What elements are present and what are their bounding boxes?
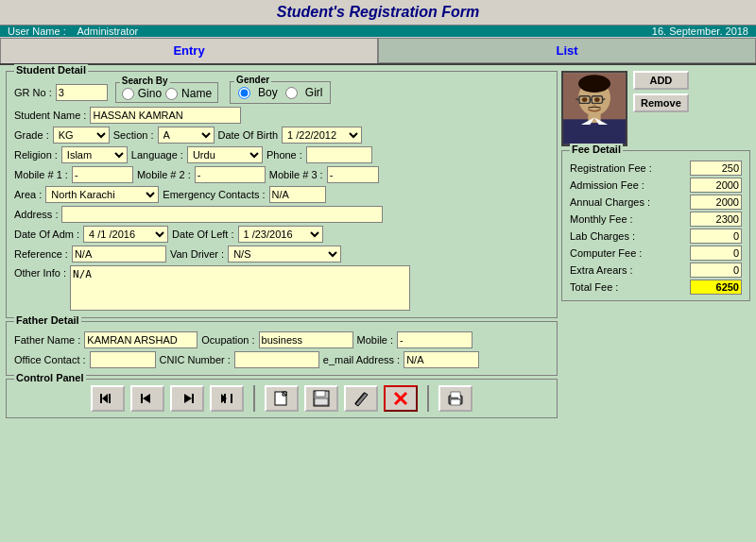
svg-rect-4 <box>141 394 143 403</box>
email-label: e_mail Address : <box>323 354 400 365</box>
extra-arears-label: Extra Arears : <box>570 264 633 276</box>
gr-no-input[interactable] <box>56 84 108 101</box>
occupation-label: Ocupation : <box>201 334 254 346</box>
father-name-label: Father Name : <box>14 334 80 346</box>
row-father-name: Father Name : Ocupation : Mobile : <box>14 331 549 348</box>
separator-2 <box>427 385 429 412</box>
van-driver-select[interactable]: N/S <box>228 246 341 263</box>
date-adm-label: Date Of Adm : <box>14 229 79 240</box>
father-mobile-input[interactable] <box>397 331 472 348</box>
add-remove-area: ADD Remove <box>633 71 689 112</box>
search-by-box: Search By Gino Name <box>115 82 218 103</box>
mobile1-input[interactable] <box>72 166 133 183</box>
gender-label: Gender <box>234 75 271 85</box>
gr-no-label: GR No : <box>14 87 52 98</box>
svg-rect-14 <box>316 391 325 397</box>
annual-charges-value: 2000 <box>690 195 742 210</box>
other-info-textarea[interactable]: N/A <box>70 265 410 311</box>
mobile2-input[interactable] <box>195 166 266 183</box>
next-icon <box>180 392 194 405</box>
area-label: Area : <box>14 189 42 200</box>
student-photo <box>561 71 627 146</box>
delete-button[interactable] <box>384 385 418 412</box>
row-address: Address : <box>14 206 549 223</box>
main-window: Student's Registration Form User Name : … <box>0 0 756 542</box>
phone-label: Phone : <box>266 149 302 161</box>
search-name-radio[interactable] <box>165 88 178 100</box>
first-record-button[interactable] <box>91 385 125 412</box>
father-name-input[interactable] <box>84 331 198 348</box>
extra-arears-value: 0 <box>690 263 742 278</box>
cnic-input[interactable] <box>234 351 319 368</box>
fee-row-total: Total Fee : 6250 <box>570 279 742 295</box>
remove-button[interactable]: Remove <box>633 93 689 112</box>
row-student-name: Student Name : document.querySelector('[… <box>14 107 549 124</box>
row-gr-search-gender: GR No : Search By Gino Name <box>14 81 549 104</box>
grade-select[interactable]: KG <box>53 127 110 144</box>
dob-label: Date Of Birth <box>218 129 279 141</box>
print-button[interactable] <box>438 385 472 412</box>
row-reference-van: Reference : Van Driver : N/S <box>14 246 549 263</box>
fee-row-lab: Lab Charges : 0 <box>570 229 742 244</box>
computer-fee-value: 0 <box>690 246 742 261</box>
control-panel-label: Control Panel <box>14 372 86 383</box>
row-religion-language-phone: Religion : Islam Language : Urdu Phone : <box>14 146 549 163</box>
emergency-input[interactable] <box>269 186 326 203</box>
tab-entry[interactable]: Entry <box>0 38 378 63</box>
mobile3-label: Mobile # 3 : <box>269 169 323 180</box>
mobile3-input[interactable] <box>327 166 379 183</box>
search-gino-radio[interactable] <box>122 88 134 100</box>
mobile2-label: Mobile # 2 : <box>137 169 191 180</box>
gender-girl-radio[interactable] <box>285 87 298 99</box>
gender-boy-label: Boy <box>258 86 278 99</box>
last-icon <box>219 392 234 405</box>
svg-marker-5 <box>184 394 192 403</box>
add-button[interactable]: ADD <box>633 71 689 90</box>
annual-charges-label: Annual Charges : <box>570 196 650 208</box>
cnic-label: CNIC Number : <box>160 354 231 365</box>
student-name-input[interactable] <box>90 107 241 124</box>
svg-point-36 <box>582 97 588 102</box>
date-info: 16. September. 2018 <box>652 25 748 37</box>
svg-rect-2 <box>100 394 102 403</box>
prev-record-button[interactable] <box>130 385 164 412</box>
search-by-label: Search By <box>120 76 170 86</box>
row-area-emergency: Area : North Karachi Emergency Contacts … <box>14 186 549 203</box>
date-adm-select[interactable]: 4 /1 /2016 <box>83 226 168 243</box>
father-mobile-label: Mobile : <box>357 334 394 346</box>
save-button[interactable] <box>304 385 338 412</box>
fee-row-registration: Registration Fee : 250 <box>570 161 742 176</box>
last-record-button[interactable] <box>210 385 244 412</box>
left-panel: Student Detail GR No : Search By Gino <box>6 71 558 536</box>
section-select[interactable]: A <box>158 127 215 144</box>
father-detail-section: Father Detail Father Name : Ocupation : … <box>6 321 558 376</box>
new-record-button[interactable] <box>265 385 299 412</box>
language-select[interactable]: Urdu <box>187 146 263 163</box>
svg-rect-9 <box>231 394 232 403</box>
edit-button[interactable] <box>344 385 378 412</box>
next-record-button[interactable] <box>170 385 204 412</box>
email-input[interactable] <box>404 351 479 368</box>
svg-point-37 <box>594 97 600 102</box>
address-input[interactable] <box>61 206 383 223</box>
area-select[interactable]: North Karachi <box>45 186 159 203</box>
dob-select[interactable]: 1 /22/2012 <box>282 127 362 144</box>
religion-select[interactable]: Islam <box>61 146 128 163</box>
reference-input[interactable] <box>72 246 166 263</box>
prev-icon <box>141 392 154 405</box>
office-contact-input[interactable] <box>90 351 156 368</box>
tab-list[interactable]: List <box>378 38 756 63</box>
edit-icon <box>352 390 369 407</box>
svg-line-35 <box>602 99 605 100</box>
date-left-label: Date Of Left : <box>172 229 233 240</box>
gender-boy-radio[interactable] <box>238 87 250 99</box>
main-layout: Student Detail GR No : Search By Gino <box>6 71 750 536</box>
lab-charges-label: Lab Charges : <box>570 230 635 242</box>
occupation-input[interactable] <box>259 331 353 348</box>
photo-svg <box>563 71 626 146</box>
svg-line-34 <box>576 99 578 100</box>
phone-input[interactable] <box>306 146 372 163</box>
gender-box: Gender Boy Girl <box>230 81 331 104</box>
total-fee-value: 6250 <box>690 279 742 295</box>
date-left-select[interactable]: 1 /23/2016 <box>238 226 323 243</box>
